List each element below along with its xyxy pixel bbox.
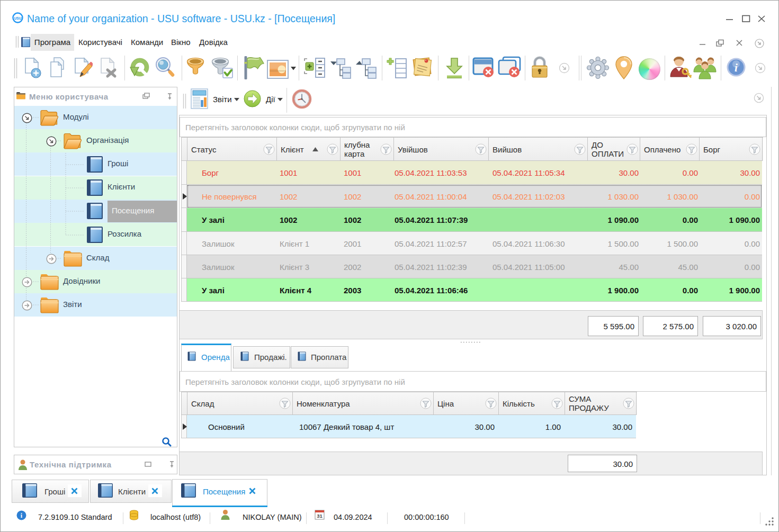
svg-text:USU: USU (14, 16, 22, 20)
svg-text:i: i (735, 61, 738, 74)
svg-text:31: 31 (317, 513, 323, 519)
